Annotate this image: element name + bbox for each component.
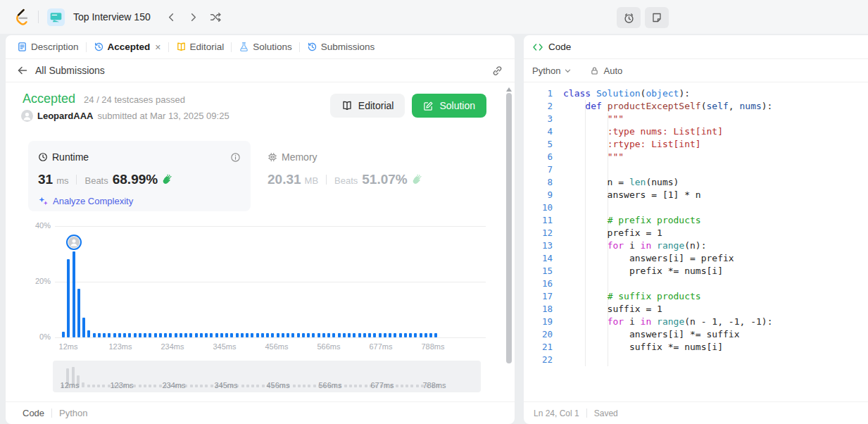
runtime-bar[interactable]	[414, 333, 417, 337]
runtime-bar[interactable]	[307, 333, 310, 337]
tab-accepted[interactable]: Accepted×	[89, 35, 165, 58]
runtime-bar[interactable]	[317, 333, 320, 337]
runtime-bar[interactable]	[251, 333, 253, 337]
language-selector[interactable]: Python	[532, 66, 572, 76]
timer-button[interactable]	[617, 7, 641, 28]
runtime-bar[interactable]	[149, 333, 151, 337]
runtime-bar[interactable]	[363, 333, 366, 337]
runtime-bar[interactable]	[82, 318, 85, 337]
memory-stat-block[interactable]: Memory 20.31 MB Beats 51.07%	[268, 151, 422, 187]
runtime-bar[interactable]	[266, 333, 269, 337]
scrollbar-thumb[interactable]	[506, 93, 512, 363]
runtime-bar[interactable]	[225, 333, 228, 337]
runtime-bar[interactable]	[256, 333, 259, 337]
runtime-bar[interactable]	[210, 333, 213, 337]
link-icon[interactable]	[491, 65, 503, 77]
runtime-bar[interactable]	[348, 333, 351, 337]
runtime-bar[interactable]	[389, 333, 391, 337]
runtime-bar[interactable]	[332, 333, 335, 337]
runtime-bar[interactable]	[424, 333, 427, 337]
runtime-bar[interactable]	[399, 333, 402, 337]
editorial-button[interactable]: Editorial	[330, 94, 405, 118]
runtime-bar[interactable]	[128, 333, 131, 337]
runtime-stat-card[interactable]: Runtime 31 ms Beats 68.99% Analyze Compl…	[28, 141, 251, 211]
runtime-bar[interactable]	[108, 333, 111, 337]
runtime-bar[interactable]	[180, 333, 182, 337]
runtime-bar[interactable]	[338, 333, 341, 337]
arrow-left-icon[interactable]	[17, 65, 28, 76]
runtime-bar[interactable]	[87, 330, 90, 337]
chevron-left-icon[interactable]	[166, 12, 177, 23]
runtime-bar[interactable]	[246, 333, 249, 337]
runtime-bar[interactable]	[409, 333, 412, 337]
runtime-bar[interactable]	[379, 333, 382, 337]
runtime-bar[interactable]	[434, 333, 437, 337]
runtime-bar[interactable]	[67, 259, 70, 337]
footer-code-label[interactable]: Code	[23, 408, 44, 418]
tab-editorial[interactable]: Editorial	[172, 35, 229, 58]
problem-list-icon[interactable]	[47, 8, 65, 26]
runtime-bar[interactable]	[175, 333, 177, 337]
runtime-bar[interactable]	[287, 333, 289, 337]
runtime-bar[interactable]	[312, 333, 315, 337]
runtime-bar[interactable]	[98, 333, 101, 337]
runtime-bar[interactable]	[291, 333, 294, 337]
runtime-bar[interactable]	[154, 333, 157, 337]
runtime-bar[interactable]	[373, 333, 376, 337]
analyze-complexity-link[interactable]: Analyze Complexity	[38, 196, 241, 206]
runtime-bar[interactable]	[302, 333, 305, 337]
runtime-bar[interactable]	[429, 333, 432, 337]
runtime-bar[interactable]	[189, 333, 192, 337]
runtime-bar[interactable]	[394, 333, 396, 337]
solution-button[interactable]: Solution	[412, 94, 486, 118]
runtime-bar[interactable]	[358, 333, 361, 337]
runtime-bar[interactable]	[384, 333, 386, 337]
runtime-bar[interactable]	[230, 333, 233, 337]
chart-brush-minimap[interactable]: 12ms123ms234ms345ms456ms566ms677ms788ms	[53, 361, 481, 392]
notes-button[interactable]	[645, 7, 669, 28]
tab-submissions[interactable]: Submissions	[303, 35, 379, 58]
info-icon[interactable]	[230, 152, 241, 163]
runtime-bar[interactable]	[353, 333, 356, 337]
runtime-bar[interactable]	[113, 333, 116, 337]
runtime-bar[interactable]	[144, 333, 146, 337]
tab-solutions[interactable]: Solutions	[234, 35, 296, 58]
runtime-bar[interactable]	[322, 333, 325, 337]
tab-description[interactable]: Description	[13, 35, 83, 58]
scrollbar-up-arrow[interactable]	[506, 85, 512, 92]
problem-list-title[interactable]: Top Interview 150	[73, 11, 151, 23]
runtime-bar[interactable]	[297, 333, 300, 337]
runtime-bar[interactable]	[236, 333, 239, 337]
runtime-bar[interactable]	[368, 333, 371, 337]
runtime-bar[interactable]	[404, 333, 407, 337]
shuffle-icon[interactable]	[210, 11, 222, 23]
runtime-bar[interactable]	[123, 333, 126, 337]
runtime-bar[interactable]	[118, 333, 121, 337]
user-runtime-marker[interactable]	[66, 235, 82, 250]
runtime-bar[interactable]	[169, 333, 172, 337]
runtime-bar[interactable]	[159, 333, 162, 337]
runtime-bar[interactable]	[420, 333, 422, 337]
runtime-bar[interactable]	[282, 333, 284, 337]
runtime-bar[interactable]	[261, 333, 264, 337]
runtime-bar[interactable]	[215, 333, 218, 337]
all-submissions-label[interactable]: All Submissions	[35, 65, 105, 76]
runtime-bar[interactable]	[93, 333, 96, 337]
runtime-bar[interactable]	[164, 333, 167, 337]
runtime-bar[interactable]	[139, 333, 141, 337]
close-icon[interactable]: ×	[155, 42, 161, 52]
code-editor[interactable]: 1class Solution(object):2 def productExc…	[524, 82, 868, 366]
runtime-bar[interactable]	[271, 333, 274, 337]
leetcode-logo-icon[interactable]	[11, 8, 30, 26]
runtime-bar[interactable]	[241, 333, 244, 337]
runtime-bar[interactable]	[103, 333, 106, 337]
runtime-bar[interactable]	[184, 333, 187, 337]
runtime-bar[interactable]	[327, 333, 330, 337]
chevron-right-icon[interactable]	[188, 12, 199, 23]
runtime-bar[interactable]	[343, 333, 346, 337]
username[interactable]: LeopardAAA	[37, 111, 93, 121]
runtime-bar[interactable]	[77, 289, 80, 337]
runtime-bar[interactable]	[195, 333, 198, 337]
runtime-bar[interactable]	[220, 333, 223, 337]
runtime-bar[interactable]	[134, 333, 137, 337]
